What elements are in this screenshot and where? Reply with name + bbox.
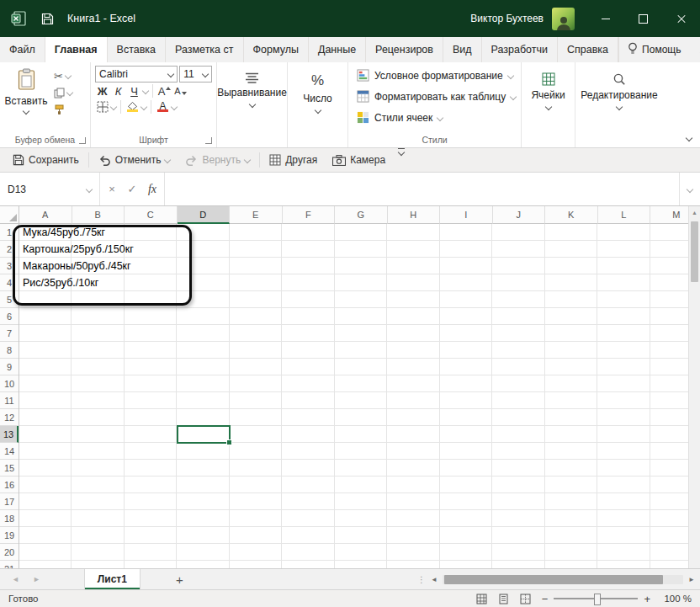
paste-dropdown-icon[interactable] bbox=[23, 108, 29, 114]
conditional-formatting-button[interactable]: Условное форматирование bbox=[350, 65, 519, 86]
row-header-14[interactable]: 14 bbox=[0, 443, 19, 460]
row-header-13[interactable]: 13 bbox=[0, 426, 19, 443]
column-header-I[interactable]: I bbox=[440, 206, 493, 224]
row-header-21[interactable]: 21 bbox=[0, 561, 19, 568]
row-header-10[interactable]: 10 bbox=[0, 375, 19, 392]
font-size-combo[interactable]: 11 bbox=[179, 66, 212, 83]
scroll-up-icon[interactable]: ▲ bbox=[689, 206, 700, 216]
ribbon-tab-9[interactable]: Справка bbox=[558, 37, 618, 62]
row-header-9[interactable]: 9 bbox=[0, 359, 19, 375]
cut-button[interactable]: ✂ bbox=[54, 70, 72, 82]
zoom-slider-track[interactable] bbox=[554, 598, 638, 599]
collapse-ribbon-icon[interactable] bbox=[686, 135, 692, 141]
qat-more-button[interactable] bbox=[393, 148, 410, 172]
row-header-15[interactable]: 15 bbox=[0, 460, 19, 477]
font-color-button[interactable]: А bbox=[156, 99, 170, 114]
row-header-12[interactable]: 12 bbox=[0, 409, 19, 426]
tab-splitter-icon[interactable]: ⋮ bbox=[417, 575, 426, 584]
scroll-left-icon[interactable]: ◄ bbox=[431, 576, 438, 583]
ribbon-tab-8[interactable]: Разработчи bbox=[482, 37, 558, 62]
next-sheet-icon[interactable]: ► bbox=[33, 575, 40, 583]
row-header-16[interactable]: 16 bbox=[0, 477, 19, 493]
row-header-6[interactable]: 6 bbox=[0, 308, 19, 325]
ribbon-tab-3[interactable]: Разметка ст bbox=[166, 37, 243, 62]
row-header-3[interactable]: 3 bbox=[0, 258, 19, 274]
ribbon-tab-7[interactable]: Вид bbox=[443, 37, 482, 62]
vertical-scroll-thumb[interactable] bbox=[691, 221, 698, 282]
column-header-M[interactable]: M bbox=[650, 206, 688, 224]
column-header-G[interactable]: G bbox=[335, 206, 388, 224]
row-header-2[interactable]: 2 bbox=[0, 241, 19, 258]
titlebar-save-icon[interactable] bbox=[41, 13, 54, 25]
editing-button[interactable]: Редактирование bbox=[577, 65, 661, 109]
row-header-7[interactable]: 7 bbox=[0, 325, 19, 342]
prev-sheet-icon[interactable]: ◄ bbox=[12, 575, 19, 583]
row-header-11[interactable]: 11 bbox=[0, 392, 19, 409]
user-name[interactable]: Виктор Бухтеев bbox=[470, 13, 544, 24]
ribbon-tab-2[interactable]: Вставка bbox=[108, 37, 166, 62]
row-header-20[interactable]: 20 bbox=[0, 544, 19, 561]
name-box[interactable]: D13 bbox=[0, 173, 100, 205]
number-format-button[interactable]: % Число bbox=[289, 65, 346, 113]
row-header-8[interactable]: 8 bbox=[0, 342, 19, 359]
ribbon-tab-1[interactable]: Главная bbox=[45, 37, 108, 62]
row-header-17[interactable]: 17 bbox=[0, 493, 19, 510]
underline-dropdown-icon[interactable] bbox=[142, 88, 149, 94]
ribbon-tab-0[interactable]: Файл bbox=[0, 37, 45, 62]
page-layout-view-button[interactable] bbox=[498, 594, 509, 604]
cell-A2[interactable]: Картошка/25руб./150кг bbox=[23, 241, 134, 258]
help-button[interactable]: Помощь bbox=[618, 37, 689, 62]
cancel-button[interactable]: × bbox=[102, 183, 122, 195]
save-button[interactable]: Сохранить bbox=[5, 148, 87, 172]
column-header-B[interactable]: B bbox=[72, 206, 125, 224]
horizontal-scroll-track[interactable] bbox=[443, 575, 683, 584]
share-button[interactable]: Поделиться bbox=[694, 37, 700, 62]
row-header-18[interactable]: 18 bbox=[0, 510, 19, 527]
fill-color-button[interactable] bbox=[125, 99, 140, 114]
row-header-5[interactable]: 5 bbox=[0, 291, 19, 308]
font-name-combo[interactable]: Calibri bbox=[95, 66, 178, 83]
select-all-corner[interactable] bbox=[0, 206, 19, 224]
scroll-right-icon[interactable]: ► bbox=[688, 576, 695, 583]
paste-button[interactable]: Вставить bbox=[2, 65, 50, 132]
expand-formula-bar-icon[interactable] bbox=[679, 173, 700, 205]
cell-A3[interactable]: Макароны/50руб./45кг bbox=[23, 258, 131, 274]
zoom-out-button[interactable]: − bbox=[542, 594, 549, 604]
ribbon-tab-5[interactable]: Данные bbox=[309, 37, 366, 62]
user-avatar[interactable] bbox=[552, 8, 575, 30]
column-header-J[interactable]: J bbox=[493, 206, 546, 224]
zoom-in-button[interactable]: + bbox=[644, 594, 650, 604]
enter-button[interactable]: ✓ bbox=[122, 183, 142, 195]
italic-button[interactable]: К bbox=[111, 83, 125, 99]
alignment-button[interactable]: Выравнивание bbox=[219, 65, 285, 107]
vertical-scrollbar[interactable]: ▲ bbox=[688, 206, 700, 568]
column-header-D[interactable]: D bbox=[178, 206, 231, 224]
add-sheet-button[interactable]: + bbox=[161, 569, 199, 589]
column-header-C[interactable]: C bbox=[125, 206, 178, 224]
close-button[interactable] bbox=[662, 0, 700, 37]
maximize-button[interactable] bbox=[624, 0, 662, 37]
minimize-button[interactable] bbox=[586, 0, 624, 37]
camera-button[interactable]: Камера bbox=[325, 148, 393, 172]
fill-color-dropdown-icon[interactable] bbox=[141, 104, 147, 110]
format-painter-button[interactable] bbox=[54, 104, 72, 115]
font-color-dropdown-icon[interactable] bbox=[171, 104, 178, 110]
zoom-level[interactable]: 100 % bbox=[661, 594, 692, 604]
undo-button[interactable]: Отменить bbox=[91, 148, 178, 172]
normal-view-button[interactable] bbox=[476, 594, 487, 604]
copy-button[interactable] bbox=[54, 87, 72, 99]
row-header-19[interactable]: 19 bbox=[0, 527, 19, 544]
active-cell-selection[interactable] bbox=[177, 425, 231, 444]
column-header-L[interactable]: L bbox=[598, 206, 651, 224]
borders-dropdown-icon[interactable] bbox=[110, 104, 117, 110]
column-header-A[interactable]: A bbox=[19, 206, 72, 224]
horizontal-scroll-thumb[interactable] bbox=[444, 575, 663, 584]
horizontal-scrollbar[interactable]: ⋮ ◄ ► bbox=[417, 569, 700, 589]
cell-A1[interactable]: Мука/45руб./75кг bbox=[23, 224, 105, 241]
sheet-tab-list1[interactable]: Лист1 bbox=[84, 569, 141, 589]
formula-input[interactable] bbox=[165, 173, 679, 205]
font-dialog-launcher[interactable] bbox=[205, 137, 212, 144]
page-break-view-button[interactable] bbox=[520, 594, 531, 604]
other-table-button[interactable]: Другая bbox=[262, 148, 325, 172]
borders-button[interactable] bbox=[95, 99, 109, 114]
